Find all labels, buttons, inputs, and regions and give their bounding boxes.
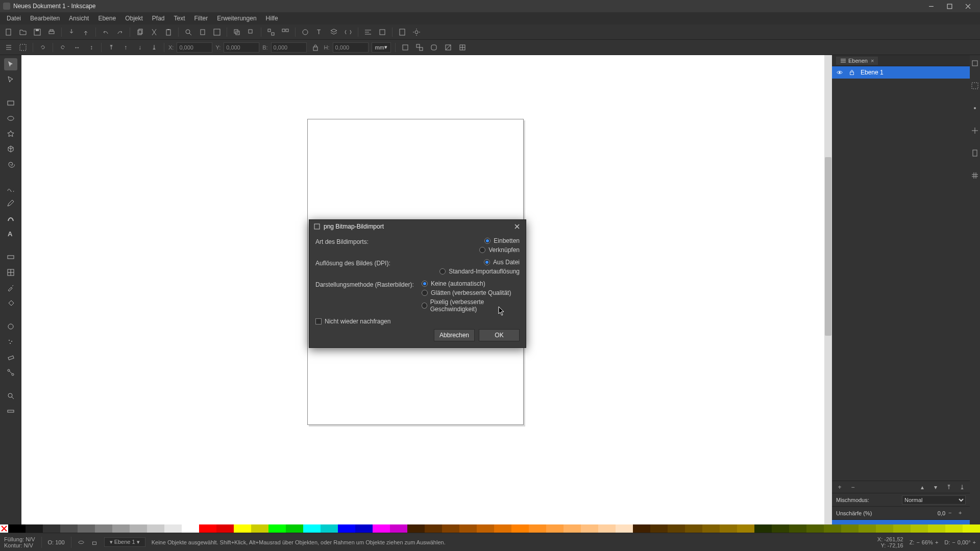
cancel-button[interactable]: Abbrechen [434, 329, 475, 341]
ellipse-tool[interactable] [4, 112, 17, 124]
layer-lock-icon[interactable] [91, 539, 98, 546]
dont-ask-checkbox[interactable]: Nicht wieder nachfragen [315, 318, 520, 325]
flip-h-icon[interactable]: ↔ [71, 42, 83, 53]
opacity-indicator[interactable]: O: 100 [48, 539, 65, 545]
blur-value[interactable]: 0,0 [925, 510, 945, 516]
paintbucket-tool[interactable] [4, 297, 17, 309]
color-swatch[interactable] [546, 524, 564, 533]
color-swatch[interactable] [876, 524, 893, 533]
eye-icon[interactable] [836, 69, 843, 76]
color-swatch[interactable] [737, 524, 754, 533]
affect-gradient-icon[interactable] [443, 42, 454, 53]
color-swatch[interactable] [928, 524, 945, 533]
menu-layer[interactable]: Ebene [93, 13, 120, 23]
xml-icon[interactable] [342, 27, 354, 38]
text-tool[interactable]: A [4, 228, 17, 240]
color-swatch[interactable] [286, 524, 303, 533]
paste-icon[interactable] [163, 27, 174, 38]
color-swatch[interactable] [824, 524, 841, 533]
node-tool[interactable] [4, 73, 17, 86]
snap-nodes-icon[interactable] [971, 104, 979, 112]
affect-corners-icon[interactable] [428, 42, 439, 53]
color-swatch[interactable] [893, 524, 911, 533]
snap-enable-icon[interactable] [971, 59, 979, 67]
color-swatch[interactable] [702, 524, 720, 533]
color-swatch[interactable] [459, 524, 477, 533]
color-swatch[interactable] [147, 524, 164, 533]
color-swatch[interactable] [581, 524, 598, 533]
color-swatch[interactable] [494, 524, 511, 533]
export-icon[interactable] [80, 27, 91, 38]
flip-v-icon[interactable]: ↕ [86, 42, 97, 53]
zoom-tool[interactable] [4, 390, 17, 402]
snap-grid-icon[interactable] [971, 171, 979, 180]
color-swatch[interactable] [442, 524, 459, 533]
text-props-icon[interactable]: T [314, 27, 325, 38]
color-swatch[interactable] [373, 524, 390, 533]
affect-scale-icon[interactable] [414, 42, 425, 53]
maximize-button[interactable] [940, 0, 959, 12]
color-swatch[interactable] [911, 524, 928, 533]
menu-object[interactable]: Objekt [120, 13, 148, 23]
redo-icon[interactable] [114, 27, 126, 38]
zoom-drawing-icon[interactable] [211, 27, 223, 38]
lower-bottom-icon[interactable]: ⤓ [149, 42, 160, 53]
import-icon[interactable] [66, 27, 77, 38]
color-swatch[interactable] [806, 524, 824, 533]
minimize-button[interactable] [922, 0, 940, 12]
menu-file[interactable]: Datei [2, 13, 26, 23]
lower-icon[interactable]: ↓ [134, 42, 145, 53]
snap-bbox-icon[interactable] [971, 82, 979, 90]
box3d-tool[interactable] [4, 143, 17, 155]
mesh-tool[interactable] [4, 266, 17, 279]
transform-icon[interactable] [377, 27, 388, 38]
lower-layer-icon[interactable]: ▾ [931, 483, 940, 492]
top-layer-icon[interactable]: ⤒ [944, 483, 953, 492]
gradient-tool[interactable] [4, 251, 17, 263]
color-swatch[interactable] [616, 524, 633, 533]
dpi-file-radio[interactable]: Aus Datei [484, 259, 520, 266]
color-swatch[interactable] [43, 524, 60, 533]
fill-stroke-indicator[interactable]: Füllung: N/V Kontur: N/V [4, 536, 35, 548]
remove-layer-icon[interactable]: − [848, 483, 857, 492]
rect-tool[interactable] [4, 97, 17, 109]
color-swatch[interactable] [338, 524, 355, 533]
color-swatch[interactable] [78, 524, 95, 533]
close-window-button[interactable] [959, 0, 977, 12]
doc-props-icon[interactable] [397, 27, 408, 38]
no-fill-swatch[interactable] [0, 524, 8, 533]
menu-filter[interactable]: Filter [190, 13, 213, 23]
dropper-tool[interactable] [4, 282, 17, 294]
bezier-tool[interactable] [4, 182, 17, 194]
color-swatch[interactable] [130, 524, 147, 533]
selector-tool[interactable] [4, 58, 17, 70]
menu-help[interactable]: Hilfe [261, 13, 283, 23]
star-tool[interactable] [4, 128, 17, 140]
color-swatch[interactable] [26, 524, 43, 533]
prefs-icon[interactable] [411, 27, 422, 38]
color-swatch[interactable] [425, 524, 442, 533]
h-input[interactable] [333, 42, 369, 53]
render-pixel-radio[interactable]: Pixelig (verbesserte Geschwindigkeit) [422, 298, 520, 313]
copy-icon[interactable] [134, 27, 145, 38]
close-tab-icon[interactable]: × [871, 58, 874, 64]
dialog-titlebar[interactable]: png Bitmap-Bildimport [309, 220, 526, 233]
color-palette[interactable] [0, 524, 980, 533]
cut-icon[interactable] [149, 27, 160, 38]
spray-tool[interactable] [4, 336, 17, 348]
bottom-layer-icon[interactable]: ⤓ [958, 483, 967, 492]
x-input[interactable] [177, 42, 212, 53]
affect-move-icon[interactable] [400, 42, 411, 53]
undo-icon[interactable] [100, 27, 111, 38]
color-swatch[interactable] [772, 524, 789, 533]
save-icon[interactable] [32, 27, 43, 38]
snap-page-icon[interactable] [971, 149, 979, 157]
menu-extensions[interactable]: Erweiterungen [212, 13, 261, 23]
color-swatch[interactable] [789, 524, 806, 533]
render-none-radio[interactable]: Keine (automatisch) [422, 280, 485, 287]
select-all-icon[interactable] [17, 42, 29, 53]
print-icon[interactable] [46, 27, 57, 38]
color-swatch[interactable] [754, 524, 772, 533]
ok-button[interactable]: OK [479, 329, 520, 341]
unit-select[interactable]: mm ▾ [372, 42, 391, 53]
